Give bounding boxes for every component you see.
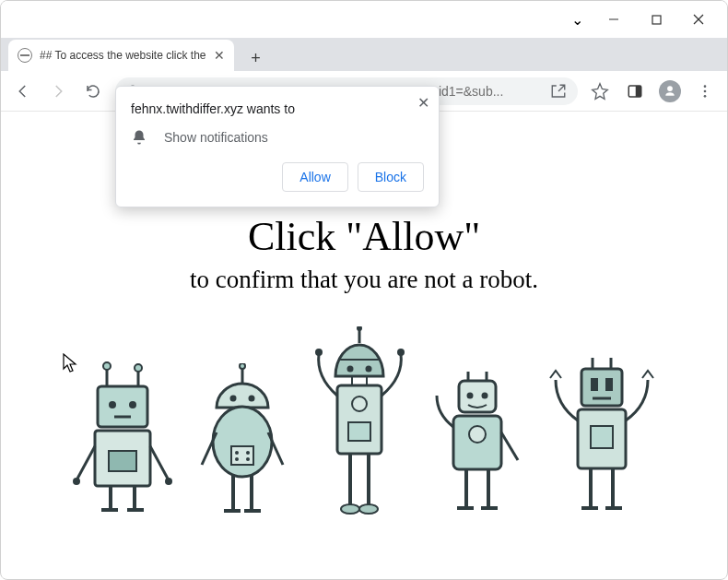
side-panel-button[interactable] <box>622 78 648 104</box>
svg-point-64 <box>469 426 486 443</box>
window-maximize-button[interactable] <box>635 5 677 34</box>
svg-point-47 <box>365 366 371 373</box>
robot-icon <box>196 363 288 515</box>
svg-rect-77 <box>591 426 613 448</box>
window-titlebar: ⌄ <box>1 1 727 38</box>
svg-line-19 <box>77 446 95 479</box>
svg-point-50 <box>352 397 367 411</box>
block-button[interactable]: Block <box>358 162 424 192</box>
robots-illustration <box>2 326 726 515</box>
menu-button[interactable] <box>692 78 718 104</box>
svg-point-7 <box>704 89 707 92</box>
svg-point-57 <box>359 504 378 514</box>
globe-icon <box>18 48 32 63</box>
svg-rect-13 <box>98 386 147 427</box>
reload-button[interactable] <box>80 78 106 104</box>
svg-point-61 <box>466 393 473 399</box>
browser-window: ⌄ ## To access the website click the ✕ + <box>0 0 728 580</box>
bookmark-button[interactable] <box>587 78 613 104</box>
share-icon[interactable] <box>550 83 567 100</box>
svg-point-8 <box>704 95 707 98</box>
svg-point-12 <box>135 364 142 372</box>
browser-tab[interactable]: ## To access the website click the ✕ <box>8 40 234 71</box>
svg-rect-74 <box>605 378 613 391</box>
mouse-cursor-icon <box>63 353 79 373</box>
svg-point-29 <box>229 396 236 402</box>
dialog-origin-text: fehnx.twithdiffer.xyz wants to <box>131 101 424 116</box>
allow-button[interactable]: Allow <box>282 162 347 192</box>
svg-point-34 <box>246 451 250 455</box>
window-minimize-button[interactable] <box>593 5 635 34</box>
notification-permission-dialog: ✕ fehnx.twithdiffer.xyz wants to Show no… <box>115 86 440 207</box>
robot-icon <box>546 354 657 515</box>
svg-point-30 <box>248 396 254 402</box>
svg-point-33 <box>235 451 239 455</box>
dialog-close-button[interactable]: ✕ <box>417 94 429 112</box>
svg-point-15 <box>129 401 136 408</box>
page-headline: Click "Allow" <box>2 213 726 260</box>
svg-rect-73 <box>591 378 598 391</box>
svg-point-56 <box>341 504 359 514</box>
svg-line-21 <box>150 446 168 479</box>
profile-avatar[interactable] <box>657 78 683 104</box>
svg-point-35 <box>235 457 239 461</box>
forward-button <box>45 78 71 104</box>
robot-icon <box>431 368 523 515</box>
window-close-button[interactable] <box>677 5 720 34</box>
back-button[interactable] <box>10 78 36 104</box>
bell-icon <box>131 129 147 146</box>
svg-point-22 <box>165 478 172 485</box>
tab-close-button[interactable]: ✕ <box>214 48 225 63</box>
svg-point-28 <box>240 363 245 369</box>
svg-point-20 <box>73 478 80 485</box>
page-subheadline: to confirm that you are not a robot. <box>2 266 726 294</box>
svg-point-52 <box>315 349 323 356</box>
robot-icon <box>72 359 173 515</box>
svg-point-14 <box>109 401 116 408</box>
new-tab-button[interactable]: + <box>243 45 269 71</box>
robot-icon <box>311 326 408 515</box>
svg-line-65 <box>501 432 518 460</box>
tab-title: ## To access the website click the <box>40 49 206 62</box>
svg-rect-51 <box>348 422 370 441</box>
svg-rect-70 <box>581 369 622 406</box>
tab-strip: ## To access the website click the ✕ + <box>1 38 727 71</box>
chevron-down-icon[interactable]: ⌄ <box>571 11 583 29</box>
svg-rect-1 <box>652 16 661 24</box>
svg-point-44 <box>357 326 362 331</box>
svg-point-62 <box>481 393 487 399</box>
svg-point-53 <box>397 349 405 356</box>
permission-label: Show notifications <box>164 130 268 145</box>
svg-rect-32 <box>231 446 253 465</box>
svg-rect-5 <box>636 86 641 97</box>
svg-point-31 <box>213 407 272 477</box>
svg-point-6 <box>704 85 707 88</box>
svg-point-10 <box>103 362 111 370</box>
svg-rect-18 <box>109 451 136 471</box>
svg-point-46 <box>346 366 353 373</box>
svg-point-36 <box>246 457 250 461</box>
